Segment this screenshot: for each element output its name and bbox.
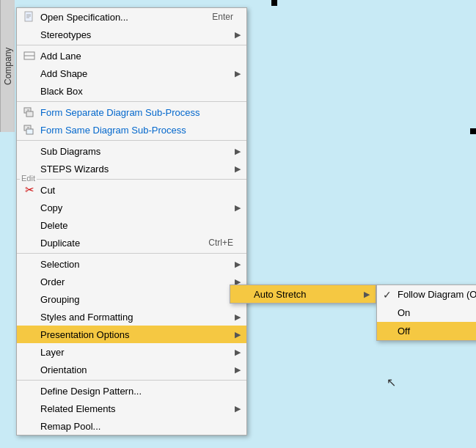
separator-edit: Edit [17, 179, 246, 180]
separator-4 [17, 253, 246, 254]
remap-pool-label: Remap Pool... [40, 421, 241, 432]
related-elements-label: Related Elements [40, 403, 241, 414]
menu-item-duplicate[interactable]: Duplicate Ctrl+E [17, 234, 246, 251]
menu-item-copy[interactable]: Copy ▶ [17, 199, 246, 216]
follow-diagram-label: Follow Diagram (On) [398, 289, 476, 300]
define-design-pattern-label: Define Design Pattern... [40, 386, 241, 397]
auto-stretch-arrow: ▶ [364, 290, 370, 299]
stereotypes-arrow: ▶ [235, 30, 241, 40]
svg-rect-10 [26, 129, 33, 134]
auto-stretch-label: Auto Stretch [254, 289, 370, 300]
menu-item-grouping[interactable]: Grouping ▶ [17, 290, 246, 308]
stereotypes-label: Stereotypes [40, 29, 241, 40]
sidebar-company-label: Company [0, 0, 15, 132]
add-shape-arrow: ▶ [235, 69, 241, 78]
submenu-item-auto-stretch[interactable]: Auto Stretch ▶ [230, 285, 376, 303]
menu-item-stereotypes[interactable]: Stereotypes ▶ [17, 26, 246, 43]
svg-rect-7 [26, 111, 33, 117]
duplicate-shortcut: Ctrl+E [208, 238, 233, 248]
grouping-label: Grouping [40, 294, 241, 305]
open-specification-label: Open Specification... [40, 12, 241, 23]
presentation-options-submenu: Auto Stretch ▶ [230, 284, 376, 304]
delete-label: Delete [40, 220, 241, 231]
form-separate-icon [23, 106, 36, 119]
layer-label: Layer [40, 347, 241, 358]
separator-5 [17, 380, 246, 381]
add-lane-label: Add Lane [40, 51, 241, 62]
related-elements-arrow: ▶ [235, 404, 241, 414]
menu-item-selection[interactable]: Selection ▶ [17, 255, 246, 273]
form-same-label: Form Same Diagram Sub-Process [40, 125, 241, 136]
add-shape-label: Add Shape [40, 68, 241, 79]
menu-item-black-box[interactable]: Black Box [17, 82, 246, 100]
presentation-options-label: Presentation Options [40, 329, 241, 340]
sub-diagrams-arrow: ▶ [235, 147, 241, 156]
copy-label: Copy [40, 202, 241, 213]
orientation-arrow: ▶ [235, 365, 241, 375]
copy-arrow: ▶ [235, 203, 241, 213]
menu-item-form-separate[interactable]: Form Separate Diagram Sub-Process [17, 103, 246, 121]
context-menu: Open Specification... Enter Stereotypes … [16, 7, 247, 436]
separator-3 [17, 140, 246, 141]
menu-item-remap-pool[interactable]: Remap Pool... [17, 417, 246, 435]
styles-formatting-label: Styles and Formatting [40, 312, 241, 323]
auto-stretch-submenu: ✓ Follow Diagram (On) On Off [376, 284, 476, 341]
menu-item-add-lane[interactable]: Add Lane [17, 47, 246, 65]
menu-item-presentation-options[interactable]: Presentation Options ▶ [17, 326, 246, 343]
follow-diagram-check-icon: ✓ [383, 289, 392, 301]
open-specification-shortcut: Enter [212, 12, 233, 22]
black-box-label: Black Box [40, 86, 241, 97]
scissors-icon: ✂ [23, 183, 36, 197]
on-label: On [398, 307, 410, 318]
menu-item-sub-diagrams[interactable]: Sub Diagrams ▶ [17, 142, 246, 160]
subsubmenu-item-on[interactable]: On [377, 304, 476, 322]
menu-item-cut[interactable]: ✂ Cut [17, 181, 246, 199]
swimlane-icon [23, 49, 36, 62]
steps-wizards-arrow: ▶ [235, 164, 241, 174]
selection-arrow: ▶ [235, 260, 241, 269]
menu-item-add-shape[interactable]: Add Shape ▶ [17, 65, 246, 82]
subsubmenu-item-off[interactable]: Off [377, 322, 476, 340]
orientation-label: Orientation [40, 364, 241, 375]
off-label: Off [398, 326, 410, 337]
menu-item-delete[interactable]: Delete [17, 216, 246, 234]
form-same-icon [23, 123, 36, 136]
canvas-handle-top [271, 0, 277, 6]
menu-item-layer[interactable]: Layer ▶ [17, 343, 246, 361]
steps-wizards-label: STEPS Wizards [40, 164, 241, 175]
menu-item-open-specification[interactable]: Open Specification... Enter [17, 8, 246, 26]
cut-label: Cut [40, 185, 241, 196]
menu-item-order[interactable]: Order ▶ [17, 273, 246, 290]
menu-item-define-design-pattern[interactable]: Define Design Pattern... [17, 382, 246, 400]
separator-2 [17, 101, 246, 102]
selection-label: Selection [40, 259, 241, 270]
doc-icon [23, 10, 36, 23]
menu-item-form-same[interactable]: Form Same Diagram Sub-Process [17, 121, 246, 139]
menu-item-styles-formatting[interactable]: Styles and Formatting ▶ [17, 308, 246, 326]
subsubmenu-item-follow-diagram[interactable]: ✓ Follow Diagram (On) [377, 285, 476, 304]
order-label: Order [40, 276, 241, 287]
separator-1 [17, 45, 246, 45]
menu-item-related-elements[interactable]: Related Elements ▶ [17, 400, 246, 417]
menu-item-orientation[interactable]: Orientation ▶ [17, 361, 246, 378]
styles-formatting-arrow: ▶ [235, 312, 241, 322]
layer-arrow: ▶ [235, 348, 241, 357]
sub-diagrams-label: Sub Diagrams [40, 146, 241, 157]
canvas-handle-right [470, 128, 476, 134]
menu-item-steps-wizards[interactable]: STEPS Wizards ▶ [17, 160, 246, 177]
presentation-options-arrow: ▶ [235, 330, 241, 339]
form-separate-label: Form Separate Diagram Sub-Process [40, 107, 241, 118]
